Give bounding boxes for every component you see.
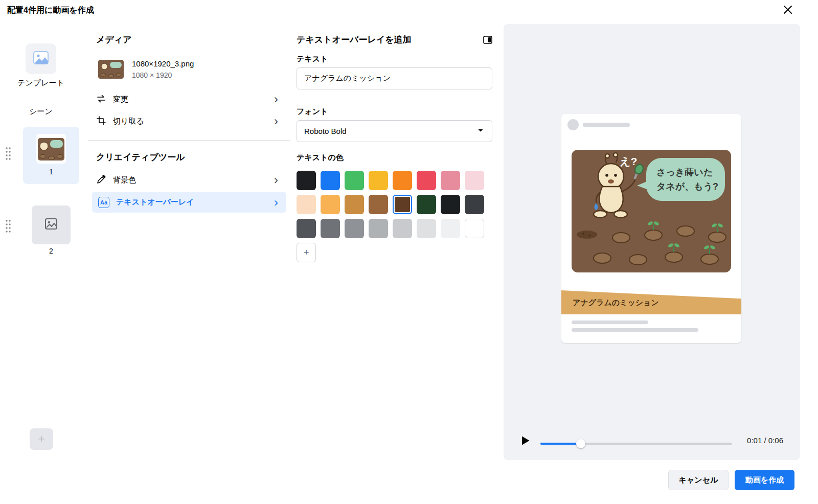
add-scene-button[interactable]: + <box>30 428 53 450</box>
scene-1-number: 1 <box>49 168 53 176</box>
crop-media-row[interactable]: 切り取る › <box>96 112 285 130</box>
change-media-row[interactable]: 変更 › <box>96 90 285 108</box>
overlay-banner-text: アナグラムのミッション <box>573 298 659 308</box>
crop-media-label: 切り取る <box>113 117 144 126</box>
close-icon <box>783 5 792 16</box>
text-color-grid <box>297 171 493 238</box>
chevron-right-icon: › <box>274 196 285 209</box>
time-display: 0:01 / 0:06 <box>747 436 783 445</box>
scene-1-thumbnail <box>36 134 66 164</box>
caption-placeholder-line <box>572 328 698 332</box>
progress-fill <box>540 443 581 445</box>
panel-toggle-icon <box>483 35 493 47</box>
image-placeholder-icon <box>44 217 58 233</box>
plus-icon: + <box>303 247 309 258</box>
drag-dots-icon <box>5 219 11 236</box>
plus-icon: + <box>38 432 45 446</box>
template-label: テンプレート <box>15 78 66 88</box>
scene-2-number: 2 <box>23 247 79 255</box>
eyedropper-icon <box>96 174 106 186</box>
color-swatch[interactable] <box>441 195 460 214</box>
add-color-button[interactable]: + <box>297 243 316 262</box>
color-swatch[interactable] <box>417 171 436 190</box>
color-swatch[interactable] <box>417 195 436 214</box>
cancel-button[interactable]: キャンセル <box>668 470 729 490</box>
color-swatch[interactable] <box>297 219 316 238</box>
color-swatch[interactable] <box>297 195 316 214</box>
text-overlay-label: テキストオーバーレイ <box>116 197 194 207</box>
color-swatch[interactable] <box>297 171 316 190</box>
color-swatch[interactable] <box>441 219 460 238</box>
seek-slider[interactable] <box>540 439 732 448</box>
media-file-name: 1080×1920_3.png <box>132 59 194 68</box>
caption-placeholder-line <box>572 320 648 324</box>
chevron-right-icon: › <box>274 93 285 105</box>
background-color-row[interactable]: 背景色 › <box>96 171 285 189</box>
create-video-dialog: 配置4件用に動画を作成 テンプレート シーン <box>0 0 818 504</box>
color-swatch[interactable] <box>321 195 340 214</box>
swap-icon <box>96 94 106 105</box>
creative-tools-heading: クリエイティブツール <box>96 151 185 163</box>
scene-item-1[interactable]: 1 <box>23 127 79 184</box>
exclaim-text: え? <box>620 155 637 167</box>
drag-dots-icon <box>5 147 11 163</box>
scene-1-drag-handle[interactable] <box>4 147 12 163</box>
template-button[interactable] <box>26 43 56 74</box>
color-swatch[interactable] <box>321 219 340 238</box>
color-swatch[interactable] <box>393 195 412 214</box>
text-overlay-row[interactable]: Aa テキストオーバーレイ › <box>92 192 286 213</box>
scene-2-drag-handle[interactable] <box>4 220 12 235</box>
play-icon <box>521 436 530 448</box>
scene-illustration: さっき蒔いた タネが、もう? え? <box>572 150 731 272</box>
text-field-label: テキスト <box>297 54 328 64</box>
color-swatch[interactable] <box>465 171 484 190</box>
avatar <box>567 119 579 130</box>
font-select[interactable]: Roboto Bold <box>297 120 492 142</box>
color-swatch[interactable] <box>393 219 412 238</box>
chevron-down-icon <box>476 126 485 136</box>
template-image-icon <box>32 49 50 69</box>
color-swatch[interactable] <box>465 219 484 238</box>
media-thumbnail <box>98 60 124 79</box>
font-select-value: Roboto Bold <box>304 127 347 135</box>
text-overlay-panel-heading: テキストオーバーレイを追加 <box>297 34 412 45</box>
crop-icon <box>96 116 106 127</box>
color-swatch[interactable] <box>345 219 364 238</box>
username-placeholder <box>583 123 630 127</box>
color-swatch[interactable] <box>441 171 460 190</box>
close-button[interactable] <box>780 3 796 18</box>
change-media-label: 変更 <box>113 95 128 104</box>
scene-section-label: シーン <box>29 107 53 117</box>
color-swatch[interactable] <box>369 195 388 214</box>
color-swatch[interactable] <box>393 171 412 190</box>
bubble-text-line1: さっき蒔いた <box>656 167 713 177</box>
overlay-banner: アナグラムのミッション <box>561 286 741 314</box>
background-color-label: 背景色 <box>113 175 136 185</box>
chevron-right-icon: › <box>274 115 285 127</box>
color-swatch[interactable] <box>369 219 388 238</box>
create-video-button[interactable]: 動画を作成 <box>735 470 794 490</box>
progress-thumb[interactable] <box>576 439 585 448</box>
color-swatch[interactable] <box>345 171 364 190</box>
overlay-text-input[interactable] <box>297 67 492 89</box>
scene-item-2[interactable] <box>32 205 71 244</box>
text-color-label: テキストの色 <box>297 153 344 163</box>
chevron-right-icon: › <box>274 174 285 186</box>
media-heading: メディア <box>96 34 132 45</box>
color-swatch[interactable] <box>345 195 364 214</box>
section-divider <box>88 140 290 141</box>
bubble-text-line2: タネが、もう? <box>656 181 718 192</box>
color-swatch[interactable] <box>417 219 436 238</box>
media-file-dimensions: 1080 × 1920 <box>132 71 172 79</box>
color-swatch[interactable] <box>465 195 484 214</box>
font-field-label: フォント <box>297 107 328 117</box>
post-preview-card: さっき蒔いた タネが、もう? え? アナグラムのミッション <box>561 114 741 343</box>
play-button[interactable] <box>519 435 532 448</box>
text-overlay-aa-icon: Aa <box>98 197 109 208</box>
panel-toggle-button[interactable] <box>482 35 494 47</box>
color-swatch[interactable] <box>321 171 340 190</box>
color-swatch[interactable] <box>369 171 388 190</box>
dialog-title: 配置4件用に動画を作成 <box>7 5 94 16</box>
video-preview-panel: さっき蒔いた タネが、もう? え? アナグラムのミッション 0:01 / 0: <box>504 24 800 460</box>
